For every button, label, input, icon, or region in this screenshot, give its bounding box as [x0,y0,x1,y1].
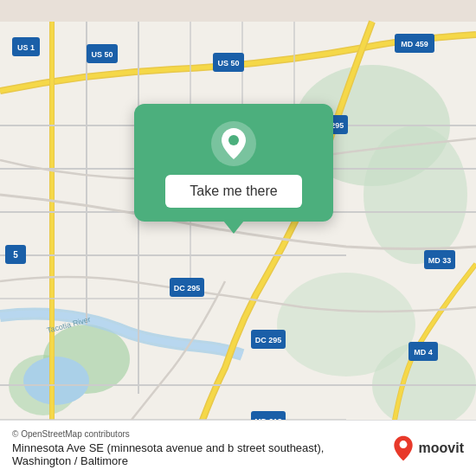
svg-point-45 [399,441,407,448]
svg-text:MD 33: MD 33 [428,256,452,265]
svg-text:US 1: US 1 [17,43,35,52]
bottom-bar: © OpenStreetMap contributors Minnesota A… [0,420,476,476]
map-background: US 1 US 50 US 50 MD 459 DC 295 DC 295 DC… [0,0,476,476]
svg-text:US 50: US 50 [91,50,113,59]
take-me-there-button[interactable]: Take me there [165,175,301,208]
location-popup: Take me there [134,104,333,222]
svg-text:DC 295: DC 295 [255,336,282,344]
svg-text:US 50: US 50 [217,59,239,68]
svg-point-44 [228,135,239,145]
osm-credit: © OpenStreetMap contributors [12,429,376,439]
svg-text:MD 459: MD 459 [401,40,428,48]
svg-point-7 [23,357,89,405]
map-container: US 1 US 50 US 50 MD 459 DC 295 DC 295 DC… [0,0,476,476]
moovit-pin-icon [391,434,415,462]
moovit-brand-text: moovit [419,441,464,456]
svg-text:MD 4: MD 4 [414,348,433,357]
location-title: Minnesota Ave SE (minnesota avenue and b… [12,441,376,467]
svg-text:DC 295: DC 295 [174,284,201,293]
bottom-info: © OpenStreetMap contributors Minnesota A… [12,429,376,467]
moovit-logo: moovit [391,434,464,462]
svg-text:5: 5 [13,250,18,260]
location-pin-icon [211,121,256,166]
svg-point-2 [363,125,467,264]
